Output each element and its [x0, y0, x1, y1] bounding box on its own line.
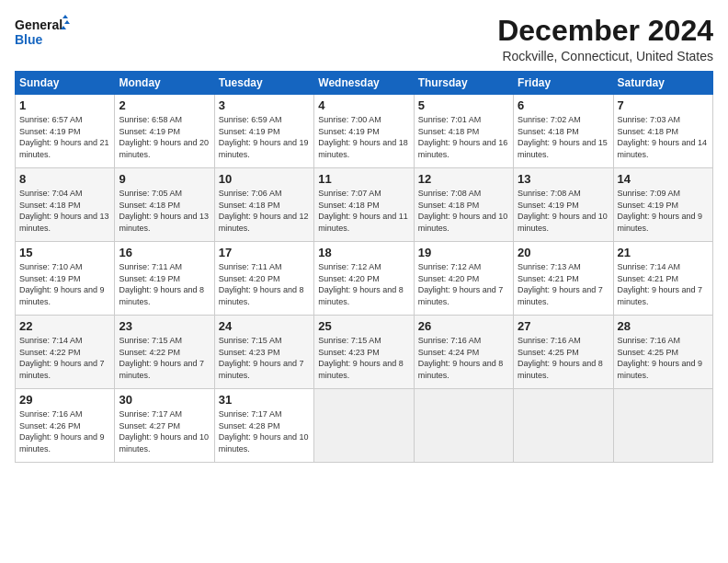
day-number: 8 [19, 172, 110, 186]
calendar-cell: 24 Sunrise: 7:15 AMSunset: 4:23 PMDaylig… [214, 316, 313, 389]
day-number: 4 [318, 98, 409, 112]
day-number: 19 [418, 246, 509, 259]
calendar-cell: 17 Sunrise: 7:11 AMSunset: 4:20 PMDaylig… [214, 242, 313, 316]
day-info: Sunrise: 7:17 AMSunset: 4:28 PMDaylight:… [219, 408, 310, 454]
calendar-cell: 22 Sunrise: 7:14 AMSunset: 4:22 PMDaylig… [16, 316, 115, 389]
day-info: Sunrise: 7:05 AMSunset: 4:18 PMDaylight:… [119, 188, 210, 234]
logo: General Blue [15, 15, 70, 50]
day-info: Sunrise: 7:16 AMSunset: 4:25 PMDaylight:… [518, 335, 609, 381]
calendar-cell: 27 Sunrise: 7:16 AMSunset: 4:25 PMDaylig… [514, 316, 613, 389]
week-row-3: 15 Sunrise: 7:10 AMSunset: 4:19 PMDaylig… [16, 242, 713, 316]
calendar-cell: 20 Sunrise: 7:13 AMSunset: 4:21 PMDaylig… [514, 242, 613, 316]
day-number: 13 [518, 172, 609, 186]
calendar-cell: 23 Sunrise: 7:15 AMSunset: 4:22 PMDaylig… [115, 316, 214, 389]
day-info: Sunrise: 7:11 AMSunset: 4:19 PMDaylight:… [119, 261, 210, 307]
week-row-4: 22 Sunrise: 7:14 AMSunset: 4:22 PMDaylig… [16, 316, 713, 389]
day-number: 11 [318, 172, 409, 186]
day-number: 29 [19, 393, 110, 407]
day-info: Sunrise: 7:15 AMSunset: 4:23 PMDaylight:… [318, 335, 409, 381]
day-number: 30 [119, 393, 210, 407]
day-info: Sunrise: 7:08 AMSunset: 4:19 PMDaylight:… [518, 188, 609, 234]
col-header-friday: Friday [514, 72, 613, 95]
day-info: Sunrise: 6:58 AMSunset: 4:19 PMDaylight:… [119, 114, 210, 160]
day-info: Sunrise: 7:11 AMSunset: 4:20 PMDaylight:… [219, 261, 310, 307]
svg-text:Blue: Blue [15, 32, 43, 47]
svg-marker-2 [63, 15, 68, 18]
calendar-cell [613, 389, 712, 463]
day-number: 24 [219, 319, 310, 333]
day-number: 31 [219, 393, 310, 407]
calendar-cell: 28 Sunrise: 7:16 AMSunset: 4:25 PMDaylig… [613, 316, 712, 389]
col-header-monday: Monday [115, 72, 214, 95]
calendar-cell: 7 Sunrise: 7:03 AMSunset: 4:18 PMDayligh… [613, 95, 712, 168]
day-number: 2 [119, 98, 210, 112]
calendar-cell: 2 Sunrise: 6:58 AMSunset: 4:19 PMDayligh… [115, 95, 214, 168]
day-info: Sunrise: 7:17 AMSunset: 4:27 PMDaylight:… [119, 408, 210, 454]
col-header-sunday: Sunday [16, 72, 115, 95]
day-info: Sunrise: 7:10 AMSunset: 4:19 PMDaylight:… [19, 261, 110, 307]
header: General Blue December 2024 Rockville, Co… [15, 15, 713, 63]
col-header-wednesday: Wednesday [314, 72, 414, 95]
calendar-cell: 18 Sunrise: 7:12 AMSunset: 4:20 PMDaylig… [314, 242, 414, 316]
day-info: Sunrise: 7:09 AMSunset: 4:19 PMDaylight:… [618, 188, 709, 234]
week-row-1: 1 Sunrise: 6:57 AMSunset: 4:19 PMDayligh… [16, 95, 713, 168]
day-info: Sunrise: 6:59 AMSunset: 4:19 PMDaylight:… [219, 114, 310, 160]
day-info: Sunrise: 7:14 AMSunset: 4:22 PMDaylight:… [19, 335, 110, 381]
day-info: Sunrise: 7:16 AMSunset: 4:25 PMDaylight:… [618, 335, 709, 381]
day-number: 21 [618, 246, 709, 259]
calendar-table: SundayMondayTuesdayWednesdayThursdayFrid… [15, 71, 713, 463]
calendar-cell: 26 Sunrise: 7:16 AMSunset: 4:24 PMDaylig… [414, 316, 513, 389]
calendar-cell: 1 Sunrise: 6:57 AMSunset: 4:19 PMDayligh… [16, 95, 115, 168]
logo-svg: General Blue [15, 15, 70, 50]
calendar-cell: 31 Sunrise: 7:17 AMSunset: 4:28 PMDaylig… [214, 389, 313, 463]
day-info: Sunrise: 7:16 AMSunset: 4:24 PMDaylight:… [418, 335, 509, 381]
calendar-cell: 25 Sunrise: 7:15 AMSunset: 4:23 PMDaylig… [314, 316, 414, 389]
day-number: 18 [318, 246, 409, 259]
day-number: 17 [219, 246, 310, 259]
calendar-cell: 15 Sunrise: 7:10 AMSunset: 4:19 PMDaylig… [16, 242, 115, 316]
day-number: 20 [518, 246, 609, 259]
day-info: Sunrise: 7:04 AMSunset: 4:18 PMDaylight:… [19, 188, 110, 234]
calendar-cell: 3 Sunrise: 6:59 AMSunset: 4:19 PMDayligh… [214, 95, 313, 168]
day-number: 6 [518, 98, 609, 112]
calendar-cell: 6 Sunrise: 7:02 AMSunset: 4:18 PMDayligh… [514, 95, 613, 168]
col-header-saturday: Saturday [613, 72, 712, 95]
title-block: December 2024 Rockville, Connecticut, Un… [497, 15, 713, 63]
calendar-cell: 10 Sunrise: 7:06 AMSunset: 4:18 PMDaylig… [214, 168, 313, 242]
day-info: Sunrise: 7:15 AMSunset: 4:22 PMDaylight:… [119, 335, 210, 381]
day-number: 25 [318, 319, 409, 333]
col-header-tuesday: Tuesday [214, 72, 313, 95]
day-number: 22 [19, 319, 110, 333]
day-info: Sunrise: 7:01 AMSunset: 4:18 PMDaylight:… [418, 114, 509, 160]
day-info: Sunrise: 7:12 AMSunset: 4:20 PMDaylight:… [318, 261, 409, 307]
calendar-cell: 30 Sunrise: 7:17 AMSunset: 4:27 PMDaylig… [115, 389, 214, 463]
day-number: 15 [19, 246, 110, 259]
day-number: 28 [618, 319, 709, 333]
day-info: Sunrise: 7:03 AMSunset: 4:18 PMDaylight:… [618, 114, 709, 160]
calendar-cell [314, 389, 414, 463]
calendar-title: December 2024 [497, 15, 713, 47]
calendar-cell: 21 Sunrise: 7:14 AMSunset: 4:21 PMDaylig… [613, 242, 712, 316]
day-number: 27 [518, 319, 609, 333]
week-row-2: 8 Sunrise: 7:04 AMSunset: 4:18 PMDayligh… [16, 168, 713, 242]
day-number: 12 [418, 172, 509, 186]
day-number: 23 [119, 319, 210, 333]
day-info: Sunrise: 7:02 AMSunset: 4:18 PMDaylight:… [518, 114, 609, 160]
day-info: Sunrise: 7:06 AMSunset: 4:18 PMDaylight:… [219, 188, 310, 234]
calendar-cell: 19 Sunrise: 7:12 AMSunset: 4:20 PMDaylig… [414, 242, 513, 316]
calendar-cell [414, 389, 513, 463]
svg-text:General: General [15, 17, 63, 32]
day-info: Sunrise: 7:15 AMSunset: 4:23 PMDaylight:… [219, 335, 310, 381]
day-info: Sunrise: 7:08 AMSunset: 4:18 PMDaylight:… [418, 188, 509, 234]
calendar-cell: 29 Sunrise: 7:16 AMSunset: 4:26 PMDaylig… [16, 389, 115, 463]
calendar-cell: 5 Sunrise: 7:01 AMSunset: 4:18 PMDayligh… [414, 95, 513, 168]
day-number: 3 [219, 98, 310, 112]
day-number: 14 [618, 172, 709, 186]
day-info: Sunrise: 7:14 AMSunset: 4:21 PMDaylight:… [618, 261, 709, 307]
col-header-thursday: Thursday [414, 72, 513, 95]
day-info: Sunrise: 7:13 AMSunset: 4:21 PMDaylight:… [518, 261, 609, 307]
day-number: 16 [119, 246, 210, 259]
day-number: 26 [418, 319, 509, 333]
day-number: 1 [19, 98, 110, 112]
calendar-cell: 9 Sunrise: 7:05 AMSunset: 4:18 PMDayligh… [115, 168, 214, 242]
